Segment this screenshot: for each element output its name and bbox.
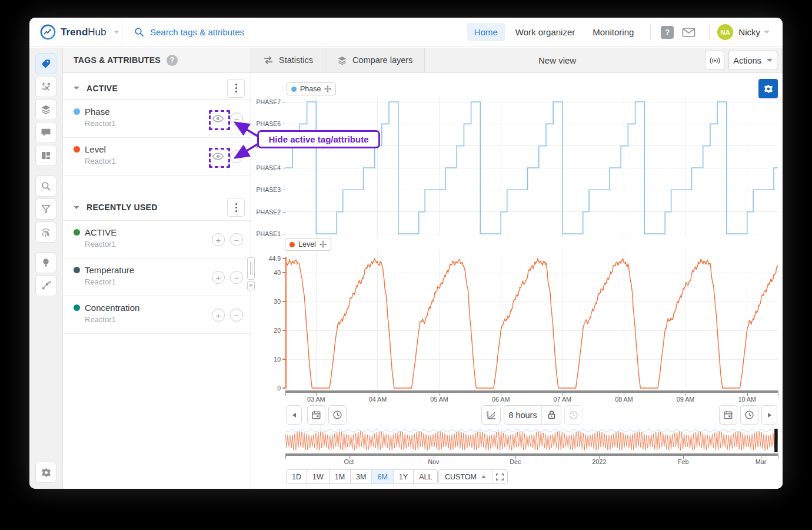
tags-panel-help-icon[interactable]: ? <box>167 55 178 66</box>
start-time-button[interactable] <box>328 405 347 425</box>
nav-item-home[interactable]: Home <box>467 23 505 41</box>
tags-panel-title: TAGS & ATTRIBUTES <box>74 55 161 65</box>
tag-color-dot <box>74 304 80 311</box>
main-nav: HomeWork organizerMonitoring <box>465 23 643 41</box>
user-menu-chevron-down-icon[interactable] <box>764 31 770 34</box>
rail-dashboard-button[interactable] <box>35 145 56 166</box>
rail-context-items-button[interactable] <box>35 275 56 296</box>
preset-1y-button[interactable]: 1Y <box>393 469 414 484</box>
gear-icon <box>763 84 774 94</box>
annotation-tooltip: Hide active tag/attribute <box>257 130 380 148</box>
rail-comments-button[interactable] <box>35 122 56 143</box>
lock-duration-button[interactable] <box>541 406 561 424</box>
panel-resize-handle[interactable]: ✕ <box>247 257 255 290</box>
duration-button[interactable]: 8 hours <box>504 406 541 424</box>
remove-tag-button[interactable]: − <box>230 271 243 284</box>
tag-row-level[interactable]: LevelReactor1− <box>63 138 251 175</box>
rail-calculations-button[interactable] <box>35 76 56 97</box>
section-chevron-down-icon[interactable] <box>74 87 79 90</box>
hour-label: 04 AM <box>359 396 397 403</box>
clock-icon <box>744 410 754 420</box>
tag-name: Concentration <box>85 303 139 313</box>
end-time-button[interactable] <box>740 405 758 425</box>
chevron-up-icon <box>481 475 486 478</box>
avatar[interactable]: NA <box>717 24 733 40</box>
rail-filter-button[interactable] <box>35 198 56 220</box>
level-legend-label: Level <box>298 240 316 249</box>
rail-layers-button[interactable] <box>35 99 56 120</box>
clock-icon <box>332 410 342 420</box>
custom-range-button[interactable]: CUSTOM <box>439 470 492 483</box>
nav-item-work-organizer[interactable]: Work organizer <box>508 23 582 41</box>
phase-axis-label: PHASE2 <box>251 208 281 216</box>
tab-compare-layers-label: Compare layers <box>352 55 412 65</box>
tool-rail <box>29 48 63 489</box>
header-right: HomeWork organizerMonitoring ? NA Nicky <box>465 23 783 41</box>
pan-left-button[interactable] <box>286 405 302 425</box>
add-tag-button[interactable]: + <box>212 309 225 322</box>
tag-color-dot <box>74 146 80 153</box>
actions-button[interactable]: Actions <box>728 51 777 70</box>
section-menu-button[interactable] <box>227 79 245 98</box>
preset-3m-button[interactable]: 3M <box>350 469 372 484</box>
add-tag-button[interactable]: + <box>212 271 225 284</box>
rail-recommendations-button[interactable] <box>35 252 56 273</box>
broadcast-button[interactable] <box>705 51 724 70</box>
tab-statistics[interactable]: Statistics <box>251 48 325 72</box>
remove-tag-button[interactable]: − <box>230 112 243 125</box>
search-input[interactable]: Search tags & attributes <box>122 27 244 37</box>
tag-name-line: Temperature <box>74 265 251 275</box>
tag-icon <box>41 58 51 69</box>
tag-source: Reactor1 <box>85 315 251 324</box>
panel-collapse-button[interactable]: ✕ <box>247 281 255 290</box>
tag-row-phase[interactable]: PhaseReactor1− <box>63 100 251 138</box>
remove-tag-button[interactable]: − <box>230 233 243 246</box>
lightbulb-icon <box>41 257 51 268</box>
section-chevron-down-icon[interactable] <box>74 206 79 209</box>
rail-tags-button[interactable] <box>35 53 56 74</box>
calendar-icon <box>723 410 733 420</box>
panel-drag-grip[interactable] <box>247 257 255 280</box>
history-back-button[interactable] <box>564 405 583 425</box>
rail-fingerprint-button[interactable] <box>35 221 56 243</box>
preset-1m-button[interactable]: 1M <box>329 469 351 484</box>
tag-color-dot <box>74 108 80 115</box>
hide-tag-eye-button[interactable] <box>212 152 224 161</box>
preset-1d-button[interactable]: 1D <box>286 469 307 484</box>
start-date-button[interactable] <box>307 405 325 425</box>
overview-selection-bar[interactable] <box>774 429 778 452</box>
mail-button[interactable] <box>682 27 695 38</box>
fit-range-button[interactable] <box>492 470 507 483</box>
add-tag-button[interactable]: + <box>212 233 225 246</box>
workspace-chevron-down-icon[interactable] <box>114 31 119 34</box>
search-icon <box>41 181 51 191</box>
overview-range-selector[interactable] <box>285 429 778 452</box>
overview-end-tick <box>285 453 286 459</box>
tab-compare-layers[interactable]: Compare layers <box>325 48 425 72</box>
phase-legend-chip[interactable]: Phase <box>287 82 336 95</box>
preset-1w-button[interactable]: 1W <box>307 469 330 484</box>
end-date-button[interactable] <box>719 405 737 425</box>
help-button[interactable]: ? <box>661 26 674 39</box>
hour-label: 08 AM <box>605 396 643 403</box>
nav-item-monitoring[interactable]: Monitoring <box>585 23 641 41</box>
scatter-nodes-icon <box>41 280 51 291</box>
level-legend-chip[interactable]: Level <box>285 238 331 251</box>
preset-6m-button[interactable]: 6M <box>371 469 393 484</box>
preset-all-button[interactable]: ALL <box>413 469 438 484</box>
hide-tag-eye-button[interactable] <box>212 114 224 123</box>
tag-row-active[interactable]: ACTIVEReactor1+− <box>63 221 251 259</box>
rail-settings-button[interactable] <box>35 462 56 483</box>
pan-right-button[interactable] <box>761 405 777 425</box>
phase-axis-label: PHASE4 <box>251 164 281 171</box>
trend-options-button[interactable] <box>481 405 501 425</box>
tag-row-concentration[interactable]: ConcentrationReactor1+− <box>63 296 251 334</box>
remove-tag-button[interactable]: − <box>230 150 243 163</box>
brand-name: TrendHub <box>61 26 106 38</box>
chart-settings-button[interactable] <box>758 79 778 98</box>
rail-search-button[interactable] <box>35 175 56 197</box>
remove-tag-button[interactable]: − <box>230 309 243 322</box>
tag-row-temperature[interactable]: TemperatureReactor1+− <box>63 259 251 296</box>
section-menu-button[interactable] <box>227 198 245 217</box>
level-chart <box>285 250 778 390</box>
